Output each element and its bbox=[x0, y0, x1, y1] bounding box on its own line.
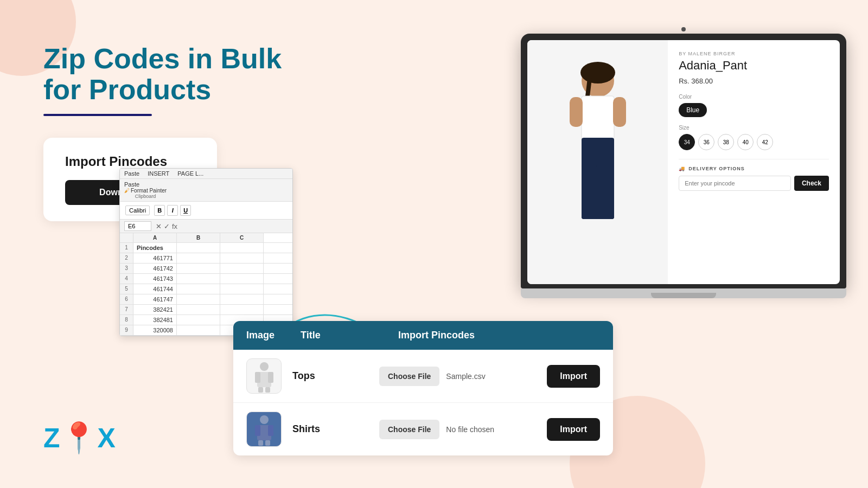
paste-label: Paste bbox=[124, 181, 167, 188]
insert-function-icon: fx bbox=[172, 222, 177, 230]
tops-image-icon bbox=[251, 360, 278, 393]
cell-a2: 461771 bbox=[133, 253, 177, 263]
excel-data-row-2: 2 461771 bbox=[120, 253, 292, 264]
excel-formula-bar: E6 ✕ ✓ fx bbox=[120, 220, 292, 233]
svg-point-1 bbox=[260, 362, 269, 371]
shirts-file-name: No file chosen bbox=[446, 425, 494, 434]
cell-c6 bbox=[220, 294, 264, 304]
zox-z-letter: Z bbox=[43, 422, 60, 454]
excel-col-a: A bbox=[133, 233, 177, 242]
table-row-shirts: Shirts Choose File No file chosen Import bbox=[233, 403, 613, 455]
check-pincode-button[interactable]: Check bbox=[794, 176, 829, 191]
cell-a7: 382421 bbox=[133, 305, 177, 314]
laptop-mockup: BY MALENE BIRGER Adania_Pant Rs. 368.00 … bbox=[521, 27, 846, 298]
page-title: Zip Codes in Bulk for Products bbox=[43, 43, 315, 105]
excel-menu-insert: INSERT bbox=[148, 170, 169, 177]
svg-rect-11 bbox=[258, 440, 263, 446]
color-blue-button[interactable]: Blue bbox=[679, 103, 707, 117]
clipboard-label: Clipboard bbox=[124, 194, 167, 199]
excel-data-row-4: 4 461743 bbox=[120, 274, 292, 284]
cell-c1 bbox=[220, 243, 264, 253]
product-person-image bbox=[549, 48, 647, 276]
pincode-input[interactable] bbox=[679, 176, 791, 191]
size-34-button[interactable]: 34 bbox=[679, 134, 695, 150]
shirts-thumbnail bbox=[246, 412, 282, 447]
cell-c3 bbox=[220, 264, 264, 273]
shirts-product-name: Shirts bbox=[292, 423, 379, 435]
tops-thumbnail bbox=[246, 358, 282, 394]
cell-reference: E6 bbox=[124, 221, 151, 231]
row-num-6: 6 bbox=[120, 294, 133, 304]
row-num-5: 5 bbox=[120, 284, 133, 294]
svg-rect-16 bbox=[570, 97, 583, 127]
product-price: Rs. 368.00 bbox=[679, 77, 829, 85]
cell-b6 bbox=[177, 294, 220, 304]
table-header-title: Title bbox=[301, 330, 398, 341]
cell-c7 bbox=[220, 305, 264, 314]
cell-a8: 382481 bbox=[133, 315, 177, 325]
excel-data-row-1: 1 Pincodes bbox=[120, 243, 292, 253]
formula-icons: ✕ ✓ fx bbox=[156, 222, 177, 230]
table-header-image: Image bbox=[246, 330, 301, 341]
underline-btn[interactable]: U bbox=[180, 205, 191, 216]
size-40-button[interactable]: 40 bbox=[737, 134, 754, 150]
row-num-2: 2 bbox=[120, 253, 133, 263]
svg-rect-17 bbox=[613, 97, 626, 127]
svg-rect-15 bbox=[582, 96, 614, 139]
svg-rect-5 bbox=[258, 387, 263, 393]
product-table-container: Image Title Import Pincodes Tops Choose … bbox=[233, 321, 613, 455]
row-num-9: 9 bbox=[120, 325, 133, 335]
laptop-frame: BY MALENE BIRGER Adania_Pant Rs. 368.00 … bbox=[521, 27, 846, 298]
tops-file-name: Sample.csv bbox=[446, 372, 485, 381]
laptop-screen-outer: BY MALENE BIRGER Adania_Pant Rs. 368.00 … bbox=[521, 34, 846, 288]
title-underline bbox=[43, 114, 152, 116]
svg-rect-6 bbox=[265, 387, 270, 393]
excel-col-headers: A B C bbox=[120, 233, 292, 243]
svg-rect-9 bbox=[255, 425, 260, 436]
laptop-camera bbox=[681, 27, 686, 31]
confirm-formula-icon: ✓ bbox=[164, 222, 170, 230]
cancel-formula-icon: ✕ bbox=[156, 222, 162, 230]
tops-import-button[interactable]: Import bbox=[547, 365, 600, 388]
excel-data-row-5: 5 461744 bbox=[120, 284, 292, 294]
shirts-import-button[interactable]: Import bbox=[547, 418, 600, 441]
delivery-section: 🚚 DELIVERY OPTIONS Check bbox=[679, 159, 829, 191]
size-label: Size bbox=[679, 125, 829, 131]
svg-rect-4 bbox=[268, 372, 273, 383]
svg-point-7 bbox=[260, 415, 269, 424]
shirts-image-icon bbox=[251, 413, 278, 446]
svg-point-14 bbox=[580, 62, 615, 84]
zox-logo-text: Z 📍 X bbox=[43, 420, 116, 455]
size-42-button[interactable]: 42 bbox=[757, 134, 773, 150]
size-36-button[interactable]: 36 bbox=[698, 134, 714, 150]
tops-choose-file-button[interactable]: Choose File bbox=[379, 367, 439, 386]
cell-b2 bbox=[177, 253, 220, 263]
shirts-choose-file-button[interactable]: Choose File bbox=[379, 420, 439, 439]
excel-clipboard: Paste 🖌 Format Painter Clipboard bbox=[120, 179, 292, 202]
cell-a1: Pincodes bbox=[133, 243, 177, 253]
excel-font-name: Calibri bbox=[125, 206, 150, 215]
cell-c2 bbox=[220, 253, 264, 263]
import-card-title: Import Pincodes bbox=[65, 154, 195, 169]
shirts-import-controls: Choose File No file chosen Import bbox=[379, 418, 600, 441]
pincode-input-row: Check bbox=[679, 176, 829, 191]
cell-a6: 461747 bbox=[133, 294, 177, 304]
excel-menu-page: PAGE L... bbox=[177, 170, 203, 177]
laptop-screen-inner: BY MALENE BIRGER Adania_Pant Rs. 368.00 … bbox=[527, 40, 840, 284]
size-38-button[interactable]: 38 bbox=[718, 134, 734, 150]
tops-product-name: Tops bbox=[292, 370, 379, 382]
bold-btn[interactable]: B bbox=[154, 205, 165, 216]
zox-logo: Z 📍 X bbox=[43, 420, 116, 455]
format-painter: 🖌 Format Painter bbox=[124, 188, 167, 194]
italic-btn[interactable]: I bbox=[167, 205, 178, 216]
cell-a3: 461742 bbox=[133, 264, 177, 273]
svg-rect-12 bbox=[265, 440, 270, 446]
row-num-7: 7 bbox=[120, 305, 133, 314]
row-num-1: 1 bbox=[120, 243, 133, 253]
cell-b1 bbox=[177, 243, 220, 253]
excel-col-c: C bbox=[220, 233, 264, 242]
cell-b3 bbox=[177, 264, 220, 273]
table-header-import: Import Pincodes bbox=[398, 330, 600, 341]
cell-a4: 461743 bbox=[133, 274, 177, 284]
excel-row-num-header bbox=[120, 233, 133, 242]
